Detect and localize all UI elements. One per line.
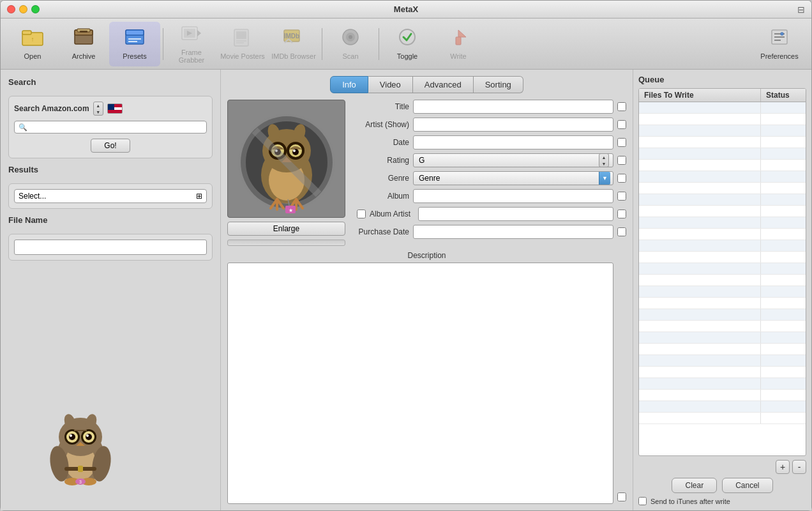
search-input[interactable] <box>30 123 202 132</box>
scan-label: Scan <box>342 52 358 60</box>
queue-row <box>639 309 806 321</box>
queue-row <box>639 137 806 148</box>
open-button[interactable]: ↑ Open <box>7 22 58 66</box>
date-checkbox[interactable] <box>617 138 626 147</box>
files-to-write-header: Files To Write <box>639 89 761 102</box>
queue-row <box>639 171 806 183</box>
album-label: Album <box>352 192 409 201</box>
toolbar: ↑ Open Archive <box>1 19 811 70</box>
tab-info[interactable]: Info <box>330 76 368 93</box>
desc-checkbox[interactable] <box>617 492 626 501</box>
stepper-down[interactable]: ▼ <box>94 109 103 115</box>
toolbar-divider-1 <box>163 28 163 60</box>
artist-checkbox[interactable] <box>617 120 626 129</box>
file-name-input[interactable] <box>14 240 207 255</box>
svg-marker-27 <box>458 30 466 37</box>
movie-posters-button[interactable]: Movie Posters <box>217 22 268 66</box>
preferences-icon <box>768 27 791 50</box>
title-checkbox[interactable] <box>617 102 626 111</box>
amazon-stepper[interactable]: ▲ ▼ <box>93 102 103 116</box>
scan-button[interactable]: Scan <box>325 22 376 66</box>
rating-select[interactable]: G ▲ ▼ <box>413 153 613 167</box>
album-checkbox[interactable] <box>617 192 626 201</box>
toggle-button[interactable]: Toggle <box>382 22 433 66</box>
preferences-button[interactable]: Preferences <box>754 22 805 66</box>
svg-point-46 <box>86 434 89 437</box>
genre-select[interactable]: Genre ▼ <box>413 171 613 185</box>
rating-checkbox[interactable] <box>617 156 626 165</box>
send-to-itunes-checkbox[interactable] <box>638 497 647 505</box>
genre-label: Genre <box>352 174 409 183</box>
genre-arrow[interactable]: ▼ <box>599 172 610 185</box>
go-button[interactable]: Go! <box>91 139 130 153</box>
country-flag[interactable] <box>107 103 123 114</box>
file-name-section <box>8 234 213 261</box>
write-button[interactable]: Write <box>433 22 484 66</box>
queue-row <box>639 263 806 275</box>
album-artist-checkbox[interactable] <box>617 210 626 218</box>
field-row-album: Album <box>352 189 626 203</box>
toolbar-divider-3 <box>379 28 379 60</box>
genre-checkbox[interactable] <box>617 174 626 183</box>
rating-stepper[interactable]: ▲ ▼ <box>599 153 609 167</box>
presets-icon <box>123 27 146 50</box>
queue-btn-row: + - <box>638 460 806 474</box>
presets-button[interactable]: Presets <box>109 22 160 66</box>
toggle-icon <box>396 27 419 50</box>
minimize-button[interactable] <box>19 5 27 13</box>
field-row-date: Date <box>352 135 626 149</box>
date-input[interactable] <box>413 135 613 149</box>
queue-row <box>639 413 806 424</box>
enlarge-button[interactable]: Enlarge <box>227 222 345 236</box>
amazon-label: Search Amazon.com <box>14 104 89 113</box>
queue-row <box>639 240 806 252</box>
queue-row <box>639 401 806 413</box>
send-to-itunes-label: Send to iTunes after write <box>650 498 730 505</box>
genre-value: Genre <box>416 174 599 183</box>
remove-queue-button[interactable]: - <box>792 460 806 474</box>
purchase-date-checkbox[interactable] <box>617 227 626 236</box>
cancel-button[interactable]: Cancel <box>722 478 772 493</box>
queue-table: Files To Write Status <box>638 88 806 456</box>
write-label: Write <box>450 52 466 60</box>
desc-textarea[interactable] <box>227 263 613 504</box>
frame-grabber-button[interactable]: Frame Grabber <box>166 22 217 66</box>
album-artist-input[interactable] <box>418 207 613 221</box>
itunes-row: Send to iTunes after write <box>638 497 806 505</box>
artwork-box[interactable]: ★ <box>227 100 345 218</box>
queue-row <box>639 206 806 217</box>
queue-row <box>639 148 806 160</box>
purchase-date-input[interactable] <box>413 225 613 239</box>
queue-header: Files To Write Status <box>639 89 806 102</box>
album-input[interactable] <box>413 189 613 203</box>
results-select[interactable]: Select... ⊞ <box>14 189 207 203</box>
archive-button[interactable]: Archive <box>58 22 109 66</box>
artist-input[interactable] <box>413 118 613 132</box>
left-panel: Search Search Amazon.com ▲ ▼ 🔍 Go! Resu <box>1 70 221 510</box>
desc-row <box>227 263 626 504</box>
imdb-browser-label: IMDb Browser <box>271 52 316 60</box>
middle-panel: Info Video Advanced Sorting <box>221 70 633 510</box>
zoom-button[interactable] <box>31 5 40 13</box>
clear-button[interactable]: Clear <box>672 478 717 493</box>
queue-row <box>639 298 806 309</box>
title-input[interactable] <box>413 100 613 114</box>
tab-advanced[interactable]: Advanced <box>413 76 474 93</box>
svg-point-68 <box>292 149 299 155</box>
progress-bar <box>227 240 345 246</box>
svg-point-26 <box>400 29 415 45</box>
queue-row <box>639 183 806 194</box>
album-artist-enable-checkbox[interactable] <box>357 210 366 218</box>
tab-video[interactable]: Video <box>368 76 413 93</box>
queue-row <box>639 217 806 229</box>
album-artist-label: Album Artist <box>370 210 410 218</box>
queue-row <box>639 286 806 298</box>
add-queue-button[interactable]: + <box>776 460 790 474</box>
close-button[interactable] <box>7 5 15 13</box>
queue-bottom: + - Clear Cancel Send to iTunes after wr… <box>638 460 806 505</box>
imdb-browser-button[interactable]: IMDb IMDb Browser <box>268 22 319 66</box>
stepper-up[interactable]: ▲ <box>94 102 103 109</box>
svg-point-25 <box>349 35 352 39</box>
tab-sorting[interactable]: Sorting <box>474 76 523 93</box>
artwork-section: ★ Enlarge Title <box>227 100 626 246</box>
